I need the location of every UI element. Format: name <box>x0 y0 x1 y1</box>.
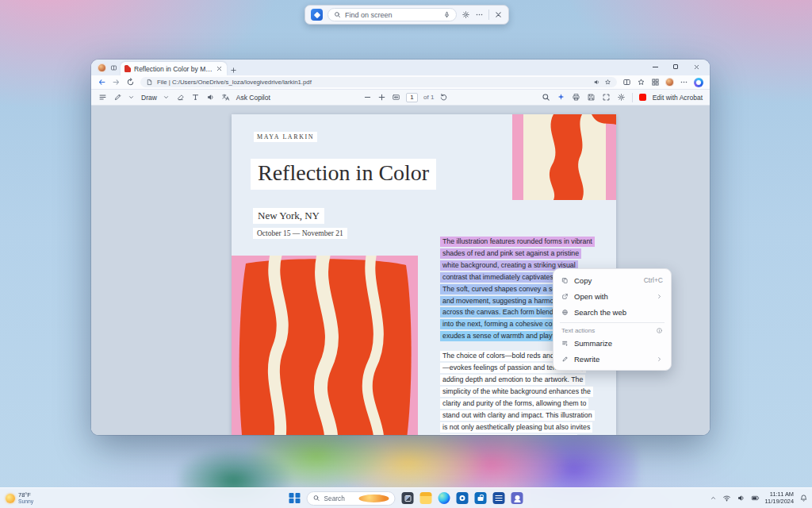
page-number-input[interactable] <box>406 93 418 102</box>
menu-item-rewrite[interactable]: Rewrite <box>557 351 668 367</box>
edge-browser-window: Reflection in Color by Maya Larkin File … <box>91 60 710 435</box>
pdf-settings-icon[interactable] <box>617 93 626 102</box>
weather-temp: 78°F <box>18 492 33 498</box>
refresh-icon[interactable] <box>126 78 135 87</box>
close-icon[interactable] <box>494 10 503 19</box>
copilot-sparkle-icon[interactable] <box>557 93 565 102</box>
split-screen-icon[interactable] <box>622 78 631 87</box>
read-aloud-toolbar-icon[interactable] <box>206 93 215 102</box>
url-field[interactable]: File | C:/Users/OneDrive/s_loza/lovegive… <box>140 77 617 87</box>
open-with-icon <box>561 293 569 300</box>
word-icon[interactable] <box>493 492 505 504</box>
weather-condition: Sunny <box>18 498 33 505</box>
favorite-star-icon[interactable] <box>604 79 611 86</box>
forward-icon[interactable] <box>112 78 121 87</box>
address-bar: File | C:/Users/OneDrive/s_loza/lovegive… <box>91 75 710 90</box>
draw-dropdown-icon <box>163 94 170 101</box>
copilot-icon[interactable] <box>694 78 703 87</box>
close-window-button[interactable] <box>686 60 707 74</box>
chevron-right-icon <box>656 356 663 363</box>
minimize-button[interactable] <box>645 60 665 74</box>
teams-icon[interactable] <box>511 492 523 504</box>
table-of-contents-icon[interactable] <box>98 93 107 102</box>
tab-close-icon[interactable] <box>216 65 223 72</box>
battery-icon[interactable] <box>751 494 760 502</box>
fullscreen-icon[interactable] <box>602 93 611 102</box>
browser-tab[interactable]: Reflection in Color by Maya Larkin <box>121 62 227 75</box>
back-icon[interactable] <box>98 78 106 87</box>
new-tab-button[interactable] <box>230 67 237 74</box>
text-tool-icon[interactable] <box>191 93 200 102</box>
system-tray: 11:11 AM 11/19/2024 <box>710 491 808 505</box>
summarize-icon <box>561 340 569 347</box>
find-on-screen-input[interactable]: Find on screen <box>327 8 457 21</box>
menu-item-search-web[interactable]: Search the web <box>557 304 668 320</box>
menu-item-copy[interactable]: Copy Ctrl+C <box>557 272 668 288</box>
ask-copilot-button[interactable]: Ask Copilot <box>236 94 270 102</box>
maximize-button[interactable] <box>665 60 686 74</box>
read-aloud-icon[interactable] <box>593 79 600 86</box>
exhibit-dates: October 15 — November 21 <box>253 228 347 239</box>
outlook-icon[interactable] <box>457 492 469 504</box>
search-document-icon[interactable] <box>542 93 550 102</box>
visual-search-app-icon <box>311 9 323 21</box>
copy-shortcut: Ctrl+C <box>644 276 663 284</box>
menu-section-text-actions: Text actions <box>557 325 668 335</box>
artist-name: MAYA LARKIN <box>254 132 317 142</box>
print-icon[interactable] <box>572 93 580 102</box>
settings-gear-icon[interactable] <box>462 10 470 19</box>
url-text: File | C:/Users/OneDrive/s_loza/lovegive… <box>157 79 589 86</box>
chevron-right-icon <box>656 293 663 300</box>
artwork-large <box>232 256 418 435</box>
fit-to-width-icon[interactable] <box>392 93 400 102</box>
draw-tool[interactable]: Draw <box>141 94 170 102</box>
vertical-tabs-icon[interactable] <box>110 64 117 71</box>
mic-icon[interactable] <box>443 11 450 18</box>
menu-item-open-with[interactable]: Open with <box>557 288 668 304</box>
hidden-icons-chevron[interactable] <box>710 495 717 502</box>
file-explorer-icon[interactable] <box>420 492 432 504</box>
profile-avatar[interactable] <box>98 64 106 72</box>
pdf-toolbar: Draw Ask Copilot of 1 Edit with Acrobat <box>91 90 710 106</box>
collections-icon[interactable] <box>651 78 660 87</box>
save-icon[interactable] <box>587 93 596 102</box>
zoom-in-icon[interactable] <box>377 93 386 102</box>
task-view-button[interactable] <box>402 492 414 504</box>
profile-avatar-small[interactable] <box>665 78 674 87</box>
divider <box>632 93 633 102</box>
edit-with-acrobat-button[interactable]: Edit with Acrobat <box>653 94 703 102</box>
taskbar-weather-widget[interactable]: 78°F Sunny <box>6 492 33 505</box>
menu-separator <box>560 322 665 323</box>
store-icon[interactable] <box>475 492 487 504</box>
divider <box>488 10 489 20</box>
window-controls <box>645 60 707 74</box>
pdf-file-icon <box>124 65 131 72</box>
translate-icon[interactable] <box>221 93 230 102</box>
search-icon <box>313 495 320 502</box>
taskbar: 78°F Sunny Search 11:11 AM 11/19/2024 <box>0 487 812 508</box>
edge-icon[interactable] <box>439 492 450 504</box>
doc-line: clarity and purity of the forms, allowin… <box>440 397 599 409</box>
sun-icon <box>6 494 15 503</box>
browser-menu-icon[interactable] <box>680 78 688 87</box>
info-icon[interactable] <box>656 327 663 334</box>
rotate-icon[interactable] <box>439 93 448 102</box>
volume-icon[interactable] <box>737 494 745 502</box>
zoom-out-icon[interactable] <box>363 93 372 102</box>
notifications-bell-icon[interactable] <box>799 494 808 502</box>
find-placeholder: Find on screen <box>345 11 439 19</box>
copy-icon <box>561 277 569 284</box>
eraser-icon[interactable] <box>176 93 185 102</box>
pen-dropdown-icon[interactable] <box>128 94 135 101</box>
menu-item-summarize[interactable]: Summarize <box>557 335 668 351</box>
clock[interactable]: 11:11 AM 11/19/2024 <box>765 491 794 505</box>
favorites-icon[interactable] <box>637 78 645 87</box>
zoom-page-controls: of 1 <box>363 93 448 102</box>
start-button[interactable] <box>289 493 301 504</box>
context-menu: Copy Ctrl+C Open with Search the web Tex… <box>553 268 672 371</box>
taskbar-search[interactable]: Search <box>307 491 396 506</box>
more-options-icon[interactable] <box>475 10 484 19</box>
wifi-icon[interactable] <box>722 494 731 502</box>
pen-tool-icon[interactable] <box>113 93 122 102</box>
taskbar-search-label: Search <box>324 495 355 502</box>
